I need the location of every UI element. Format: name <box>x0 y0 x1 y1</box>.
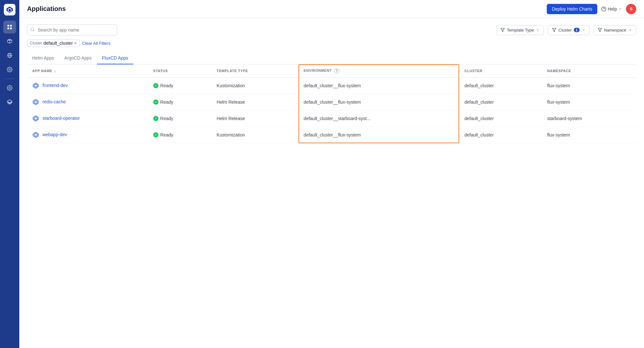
cell-app-name: webapp-dev <box>27 127 148 143</box>
table-row: redis-cache Ready Helm Releasedefault_cl… <box>27 94 636 110</box>
help-button[interactable]: Help <box>601 6 622 12</box>
svg-rect-5 <box>7 28 9 29</box>
app-name-link[interactable]: redis-cache <box>43 99 66 104</box>
col-header-status: STATUS <box>148 64 212 78</box>
cell-template-type: Kustomization <box>212 127 298 143</box>
table-row: frontend-dev Ready Kustomizationdefault_… <box>27 78 636 94</box>
cell-namespace: flux-system <box>542 78 636 94</box>
cell-cluster: default_cluster <box>459 94 542 110</box>
status-text: Ready <box>160 132 173 137</box>
cell-namespace: starboard-system <box>542 110 636 127</box>
topbar: Applications Deploy Helm Charts Help S <box>19 0 644 18</box>
table-row: starboard-operator Ready Helm Releasedef… <box>27 110 636 127</box>
applications-table: APP NAME ↓ STATUS TEMPLATE TYPE ENVIRONM… <box>27 64 636 143</box>
cluster-label: Cluster <box>558 28 572 33</box>
help-label: Help <box>608 6 617 12</box>
status-dot <box>153 116 158 121</box>
cell-namespace: flux-system <box>542 127 636 143</box>
sidebar-item-grid[interactable] <box>3 21 16 33</box>
status-dot <box>153 99 158 105</box>
help-icon <box>601 6 606 12</box>
template-type-label: Template Type <box>507 28 534 33</box>
filter-icon <box>500 28 505 32</box>
deploy-helm-charts-button[interactable]: Deploy Helm Charts <box>547 4 597 14</box>
remove-filter-button[interactable]: × <box>74 41 77 45</box>
template-type-chevron-icon <box>536 28 540 32</box>
environment-help-icon[interactable]: ? <box>334 68 339 73</box>
tab-helm-apps[interactable]: Helm Apps <box>27 52 59 64</box>
tab-fluxcd-apps[interactable]: FluxCD Apps <box>97 52 134 64</box>
active-filters-row: Cluster default_cluster × Clear All Filt… <box>27 39 636 47</box>
col-header-app-name[interactable]: APP NAME ↓ <box>27 64 148 78</box>
active-filter-label: Cluster <box>30 41 42 45</box>
table-container: APP NAME ↓ STATUS TEMPLATE TYPE ENVIRONM… <box>27 64 636 143</box>
sidebar-item-gear2[interactable] <box>3 81 16 94</box>
clear-all-filters-button[interactable]: Clear All Filters <box>82 41 110 46</box>
svg-marker-21 <box>598 28 602 32</box>
cell-template-type: Kustomization <box>212 78 298 94</box>
svg-line-18 <box>33 30 34 31</box>
svg-point-12 <box>9 69 11 71</box>
sidebar-item-cube[interactable] <box>3 35 16 48</box>
cell-environment: default_cluster__flux-system <box>298 127 459 143</box>
status-text: Ready <box>160 99 173 105</box>
active-filter-chip: Cluster default_cluster × <box>27 39 80 47</box>
cell-cluster: default_cluster <box>459 110 542 127</box>
cell-cluster: default_cluster <box>459 78 542 94</box>
sidebar-item-gear[interactable] <box>3 63 16 76</box>
app-icon <box>32 115 39 122</box>
svg-marker-20 <box>552 28 556 32</box>
cell-environment: default_cluster__flux-system <box>298 94 459 110</box>
namespace-filter[interactable]: Namespace <box>593 25 636 35</box>
cell-app-name: frontend-dev <box>27 78 148 94</box>
svg-point-17 <box>31 28 34 31</box>
svg-rect-6 <box>10 28 12 29</box>
sidebar-item-globe[interactable] <box>3 49 16 62</box>
cell-template-type: Helm Release <box>212 94 298 110</box>
tab-argocd-apps[interactable]: ArgoCD Apps <box>59 52 97 64</box>
sidebar-divider <box>5 79 14 79</box>
col-header-cluster: CLUSTER <box>459 64 542 78</box>
logo[interactable] <box>4 4 15 15</box>
col-header-environment: ENVIRONMENT ? <box>298 64 459 78</box>
topbar-right: Deploy Helm Charts Help S <box>547 4 636 14</box>
app-name-link[interactable]: frontend-dev <box>43 83 68 88</box>
svg-marker-27 <box>34 117 37 120</box>
status-dot <box>153 132 158 137</box>
content-area: Template Type Cluster 1 Namesp <box>19 18 644 348</box>
search-input[interactable] <box>27 24 117 35</box>
active-filter-value: default_cluster <box>43 41 73 46</box>
svg-marker-19 <box>501 28 505 32</box>
tab-argocd-apps-label: ArgoCD Apps <box>64 55 92 61</box>
cell-app-name: starboard-operator <box>27 110 148 127</box>
search-icon <box>30 27 35 33</box>
sort-icon: ↓ <box>54 69 56 73</box>
app-name-link[interactable]: starboard-operator <box>43 116 80 121</box>
svg-rect-4 <box>10 25 12 26</box>
cluster-filter-icon <box>552 28 556 32</box>
svg-marker-25 <box>34 100 37 104</box>
filters-row: Template Type Cluster 1 Namesp <box>27 24 636 35</box>
help-chevron-icon <box>618 7 622 11</box>
status-text: Ready <box>160 116 173 121</box>
app-icon <box>32 82 39 89</box>
cell-status: Ready <box>148 127 212 143</box>
namespace-chevron-icon <box>628 28 632 32</box>
sidebar-item-layers[interactable] <box>3 96 16 108</box>
col-header-namespace: NAMESPACE <box>542 64 636 78</box>
table-row: webapp-dev Ready Kustomizationdefault_cl… <box>27 127 636 143</box>
namespace-label: Namespace <box>604 28 626 33</box>
cell-status: Ready <box>148 110 212 127</box>
cell-namespace: flux-system <box>542 94 636 110</box>
cluster-filter[interactable]: Cluster 1 <box>548 25 589 35</box>
svg-marker-23 <box>34 84 37 87</box>
col-header-template-type: TEMPLATE TYPE <box>212 64 298 78</box>
svg-marker-29 <box>34 133 37 136</box>
template-type-filter[interactable]: Template Type <box>496 25 544 35</box>
app-name-link[interactable]: webapp-dev <box>43 132 67 137</box>
tab-helm-apps-label: Helm Apps <box>32 55 54 61</box>
user-avatar[interactable]: S <box>626 4 636 14</box>
cell-status: Ready <box>148 94 212 110</box>
main-content: Applications Deploy Helm Charts Help S <box>19 0 644 348</box>
app-icon <box>32 99 39 106</box>
